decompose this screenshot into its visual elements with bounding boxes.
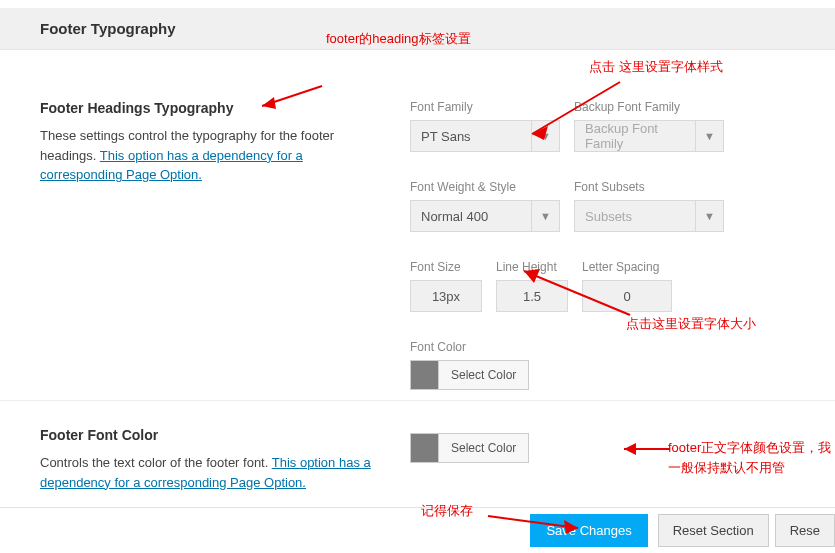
font-color-label: Font Color (410, 340, 529, 354)
footer-headings-section: Footer Headings Typography These setting… (0, 80, 835, 401)
chevron-down-icon: ▼ (531, 121, 559, 151)
font-size-field: Font Size (410, 260, 482, 312)
letter-spacing-field: Letter Spacing (582, 260, 672, 312)
backup-font-family-field: Backup Font Family Backup Font Family ▼ (574, 100, 724, 152)
backup-font-family-label: Backup Font Family (574, 100, 724, 114)
chevron-down-icon: ▼ (695, 201, 723, 231)
subsection-heading: Footer Headings Typography (40, 100, 380, 116)
annotation-text: 点击 这里设置字体样式 (589, 58, 723, 76)
font-family-field: Font Family PT Sans ▼ (410, 100, 560, 152)
font-weight-select[interactable]: Normal 400 ▼ (410, 200, 560, 232)
reset-section-button[interactable]: Reset Section (658, 514, 769, 547)
font-subsets-field: Font Subsets Subsets ▼ (574, 180, 724, 232)
font-size-label: Font Size (410, 260, 482, 274)
chevron-down-icon: ▼ (531, 201, 559, 231)
save-bar: Save Changes Reset Section Rese (0, 507, 835, 553)
letter-spacing-label: Letter Spacing (582, 260, 672, 274)
font-family-label: Font Family (410, 100, 560, 114)
footer-color-button[interactable]: Select Color (410, 433, 529, 463)
color-swatch (411, 434, 439, 462)
save-changes-button[interactable]: Save Changes (530, 514, 647, 547)
section-description: Footer Headings Typography These setting… (40, 100, 410, 390)
font-subsets-label: Font Subsets (574, 180, 724, 194)
line-height-label: Line Height (496, 260, 568, 274)
font-subsets-select[interactable]: Subsets ▼ (574, 200, 724, 232)
font-size-input[interactable] (410, 280, 482, 312)
font-weight-label: Font Weight & Style (410, 180, 560, 194)
font-color-button[interactable]: Select Color (410, 360, 529, 390)
line-height-field: Line Height (496, 260, 568, 312)
subsection-heading: Footer Font Color (40, 427, 380, 443)
font-color-field: Font Color Select Color (410, 340, 529, 390)
section-title: Footer Typography (40, 20, 815, 37)
section-description: Footer Font Color Controls the text colo… (40, 427, 410, 492)
subsection-desc: These settings control the typography fo… (40, 126, 380, 185)
backup-font-family-select[interactable]: Backup Font Family ▼ (574, 120, 724, 152)
line-height-input[interactable] (496, 280, 568, 312)
controls-panel: Font Family PT Sans ▼ Backup Font Family… (410, 100, 815, 390)
font-family-select[interactable]: PT Sans ▼ (410, 120, 560, 152)
reset-all-button[interactable]: Rese (775, 514, 835, 547)
section-header: Footer Typography (0, 8, 835, 50)
subsection-desc: Controls the text color of the footer fo… (40, 453, 380, 492)
controls-panel: Select Color (410, 427, 815, 492)
chevron-down-icon: ▼ (695, 121, 723, 151)
font-weight-field: Font Weight & Style Normal 400 ▼ (410, 180, 560, 232)
letter-spacing-input[interactable] (582, 280, 672, 312)
color-swatch (411, 361, 439, 389)
